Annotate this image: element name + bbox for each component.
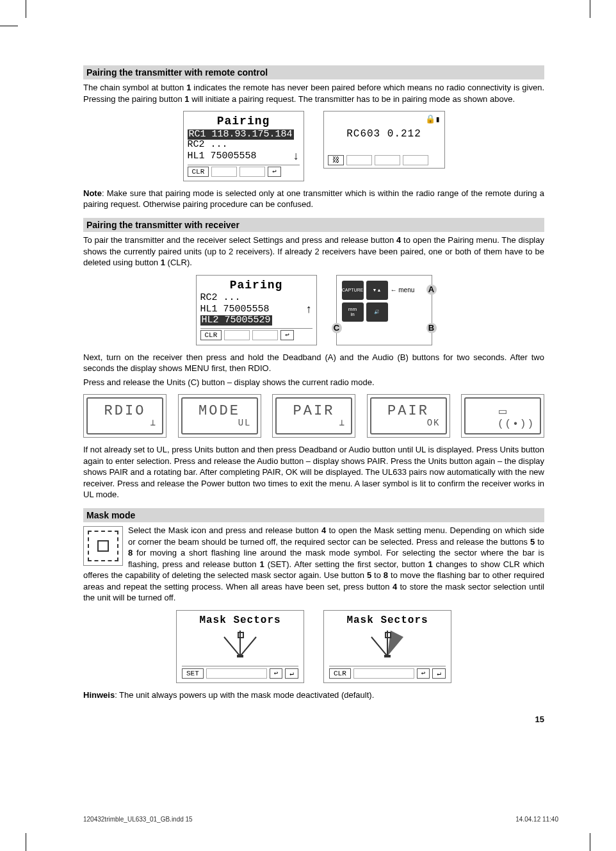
svg-line-5 xyxy=(371,637,387,656)
mask-title: Mask Sectors xyxy=(329,615,446,626)
lcd-title: Pairing xyxy=(188,115,300,129)
text: Select the Mask icon and press and relea… xyxy=(128,525,321,535)
pairing-lcd-1: Pairing RC1 118.93.175.184 RC2 ... HL1 7… xyxy=(183,111,304,181)
empty-btn xyxy=(206,668,267,679)
section3-figures: Mask Sectors SET ↩ ↵ Mask Sectors xyxy=(83,610,544,683)
menu-label: ← menu xyxy=(391,286,415,293)
empty-btn xyxy=(375,155,400,165)
remote-display: 🔒▮ RC603 0.212 ⛓ xyxy=(323,111,445,169)
bold: 1 xyxy=(161,258,165,267)
lcd-title: Pairing xyxy=(200,279,312,293)
bold: 1 xyxy=(259,559,264,569)
pairing-lcd-2: Pairing RC2 ... HL1 75005558 ↑ HL2 75005… xyxy=(196,275,317,345)
menu-text: menu xyxy=(398,286,414,293)
mask-icon xyxy=(83,526,123,566)
empty-btn xyxy=(211,167,237,177)
empty-btn xyxy=(224,330,250,340)
seg-rdio: RDIO⊥ xyxy=(83,394,166,438)
empty-btn xyxy=(346,155,372,165)
return-icon: ↩ xyxy=(270,668,283,679)
seg-text: PAIR xyxy=(293,404,335,418)
footer-right: 14.04.12 11:40 xyxy=(515,816,558,823)
lcd-line2: RC2 ... xyxy=(188,140,300,151)
seg-mode: MODEUL xyxy=(178,394,261,438)
capture-key: CAPTURE xyxy=(342,281,364,300)
receiver-keypad: CAPTURE ▼▲ ← menu mmin 🔊 A B C xyxy=(336,275,432,345)
footer-left: 120432trimble_UL633_01_GB.indd 15 xyxy=(83,816,193,823)
label-b: B xyxy=(426,323,437,333)
seg-sub: UL xyxy=(238,418,252,427)
mask-lcd-set: Mask Sectors SET ↩ ↵ xyxy=(176,610,304,683)
section2-p4: If not already set to UL, press Units bu… xyxy=(83,444,544,500)
section2-figures: Pairing RC2 ... HL1 75005558 ↑ HL2 75005… xyxy=(83,275,544,345)
clr-label: CLR xyxy=(188,167,209,177)
seg-text: RDIO xyxy=(104,404,146,418)
radio-wave-icon: ((•)) xyxy=(498,419,535,429)
text: The chain symbol at button xyxy=(83,83,186,92)
section3-title: Mask mode xyxy=(83,508,544,522)
lcd-line3: HL2 75005529 xyxy=(200,315,272,326)
text: to xyxy=(535,537,544,547)
section2-p2: Next, turn on the receiver then press an… xyxy=(83,352,544,374)
return-icon: ↩ xyxy=(417,668,430,679)
up-arrow-icon: ↑ xyxy=(305,304,312,315)
note-label: Note xyxy=(83,188,102,198)
lcd-line1: RC2 ... xyxy=(200,293,312,304)
section3-hinweis: Hinweis: The unit always powers up with … xyxy=(83,690,544,701)
lcd-line2: HL1 75005558 xyxy=(200,304,270,315)
text: To pair the transmitter and the receiver… xyxy=(83,235,396,245)
section2-title: Pairing the transmitter with receiver xyxy=(83,218,544,232)
document-page: Pairing the transmitter with remote cont… xyxy=(83,58,544,724)
seg-text: MODE xyxy=(199,404,240,418)
label-c: C xyxy=(332,323,342,333)
empty-btn xyxy=(252,330,278,340)
return-icon: ↩ xyxy=(268,167,281,177)
chain-icon: ⛓ xyxy=(328,155,344,165)
hinweis-label: Hinweis xyxy=(83,690,115,700)
seg-icon: ⊥ xyxy=(339,418,346,427)
set-label: SET xyxy=(182,668,204,679)
audio-key: 🔊 xyxy=(366,302,388,322)
page-number: 15 xyxy=(83,715,544,724)
seg-sub: OK xyxy=(427,418,441,427)
enter-icon: ↵ xyxy=(432,668,446,679)
bold: 8 xyxy=(384,570,388,580)
clr-label: CLR xyxy=(329,668,351,679)
seg-pair-ok: PAIROK xyxy=(367,394,450,438)
units-key: mmin xyxy=(342,302,364,322)
return-icon: ↩ xyxy=(280,330,294,340)
lcd-line3: HL1 75005558 xyxy=(188,151,257,162)
text: to xyxy=(371,570,384,580)
section2-p3: Press and release the Units (C) button –… xyxy=(83,377,544,388)
bold: 1 xyxy=(428,559,432,569)
clr-label: CLR xyxy=(200,330,222,340)
lcd-line1: RC1 118.93.175.184 xyxy=(188,129,294,140)
section1-note: Note: Make sure that pairing mode is sel… xyxy=(83,188,544,210)
capture-label: CAPTURE xyxy=(342,288,363,292)
mask-diagram-1 xyxy=(182,627,298,665)
segment-displays: RDIO⊥ MODEUL PAIR⊥ PAIROK ▭((•)) xyxy=(83,394,544,438)
seg-icon: ⊥ xyxy=(150,418,157,427)
seg-text: PAIR xyxy=(387,404,429,418)
svg-line-0 xyxy=(224,637,240,656)
empty-btn xyxy=(353,668,414,679)
enter-icon: ↵ xyxy=(285,668,298,679)
hinweis-text: : The unit always powers up with the mas… xyxy=(115,690,374,700)
label-a: A xyxy=(426,285,437,295)
section1-p1: The chain symbol at button 1 indicates t… xyxy=(83,82,544,104)
lock-battery-icon: 🔒▮ xyxy=(425,114,441,124)
down-arrow-icon: ↓ xyxy=(293,151,300,162)
mask-lcd-clr: Mask Sectors CLR ↩ ↵ xyxy=(323,610,451,683)
svg-line-1 xyxy=(240,637,256,656)
mask-title: Mask Sectors xyxy=(182,615,298,626)
note-text: : Make sure that pairing mode is selecte… xyxy=(83,188,544,210)
in-label: in xyxy=(350,312,354,317)
seg-pair: PAIR⊥ xyxy=(272,394,355,438)
seg-radio-icon: ▭((•)) xyxy=(461,394,544,438)
section3-p1: Select the Mask icon and press and relea… xyxy=(83,525,544,604)
empty-btn xyxy=(403,155,428,165)
text: will initiate a pairing request. The tra… xyxy=(190,94,515,104)
text: (SET). After setting the first sector, b… xyxy=(264,559,428,569)
mask-diagram-2 xyxy=(329,627,446,665)
print-footer: 120432trimble_UL633_01_GB.indd 15 14.04.… xyxy=(83,816,558,823)
